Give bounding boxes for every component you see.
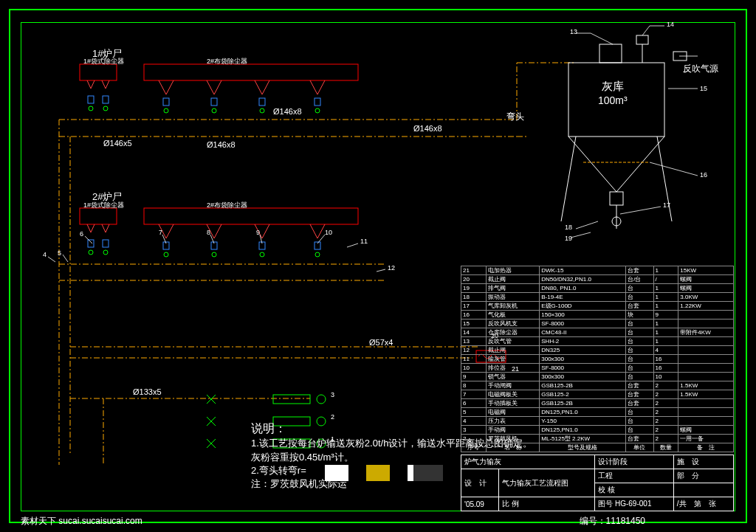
tb-design: 设 计 [461, 469, 499, 497]
bom-cell-name: 压力表 [486, 417, 539, 426]
bom-cell-qty: 4 [653, 346, 678, 355]
bom-cell-qty: 10 [653, 373, 678, 381]
table-row: 12截止闸DN325台4 [461, 346, 734, 355]
table-row: 9锁气器300x300台10 [461, 373, 734, 381]
pipe-label-57x4: Ø57x4 [369, 338, 393, 347]
bom-cell-unit: 台 [626, 346, 653, 355]
bom-cell-unit: 台套 [626, 266, 653, 275]
svg-point-45 [317, 395, 326, 404]
bom-cell-seq: 8 [461, 381, 487, 390]
callout-14: 14 [667, 21, 674, 28]
tb-date: '05.09 [461, 497, 499, 511]
svg-line-76 [63, 255, 68, 262]
svg-rect-42 [273, 395, 310, 404]
bom-cell-name: 排位器 [486, 364, 539, 373]
bom-cell-name: 振动器 [486, 293, 539, 302]
tb-sheet: /共 第 张 [673, 497, 733, 511]
svg-point-11 [212, 108, 216, 113]
bom-cell-qty: 1 [653, 284, 678, 293]
svg-rect-6 [259, 98, 265, 106]
bom-cell-spec: DWK-15 [540, 266, 626, 275]
table-row: 14仓库除尘器CMC48-II台1带附件4KW [461, 328, 734, 337]
callout-18: 18 [565, 224, 572, 231]
bom-cell-seq: 17 [461, 302, 487, 311]
table-row: 19排气阀DN80, PN1.0台1螺阀 [461, 284, 734, 293]
bom-cell-qty: 1 [653, 319, 678, 328]
tb-stage: 施 设 [673, 455, 733, 469]
svg-line-59 [561, 137, 576, 221]
table-row: 10排位器SF-8000台16 [461, 364, 734, 373]
bom-cell-spec: DN325 [540, 346, 626, 355]
svg-line-71 [650, 162, 698, 176]
bom-cell-seq: 16 [461, 311, 487, 319]
dust-collector-1b-label: 2#布袋除尘器 [207, 57, 247, 66]
svg-line-82 [347, 243, 358, 247]
table-row: 4压力表Y-150台2 [461, 417, 734, 426]
bom-cell-name: 截止阀 [486, 275, 539, 284]
bom-cell-spec: 300x300 [540, 373, 626, 381]
bom-cell-name: 手动阀 [486, 426, 539, 435]
bom-cell-remark: 1.22KW [678, 302, 734, 311]
svg-line-72 [620, 207, 661, 214]
table-row: 5电磁阀DN125,PN1.0台2 [461, 408, 734, 417]
bom-cell-remark: 一用一备 [678, 435, 734, 443]
bom-cell-unit: 台套 [626, 435, 653, 443]
bom-cell-unit: 台 [626, 408, 653, 417]
bom-cell-name: 罗茨鼓风机 [486, 435, 539, 443]
bom-cell-name: 仓库除尘器 [486, 328, 539, 337]
svg-line-65 [591, 33, 613, 44]
callout-2: 2 [331, 413, 334, 421]
tb-dwgno-label: 图号 [598, 500, 613, 508]
bom-h-unit: 单位 [626, 443, 653, 452]
svg-line-67 [642, 26, 650, 35]
bom-cell-unit: 台套 [626, 302, 653, 311]
callout-5: 5 [58, 249, 61, 257]
callout-10: 10 [325, 229, 332, 236]
bom-cell-name: 锁气器 [486, 373, 539, 381]
tb-dwgno: HG-69-001 [615, 500, 651, 508]
bom-cell-qty: 2 [653, 417, 678, 426]
svg-point-31 [260, 252, 264, 257]
bom-cell-unit: 台套 [626, 390, 653, 399]
callout-16: 16 [700, 171, 707, 179]
bom-cell-remark: 1.5KW [678, 381, 734, 390]
bom-cell-remark [678, 364, 734, 373]
svg-line-73 [576, 221, 598, 229]
callout-3: 3 [331, 391, 334, 398]
bom-cell-spec: Y-150 [540, 417, 626, 426]
bom-h-remark: 备 注 [678, 443, 734, 452]
table-row: 21电加热器DWK-15台套115KW [461, 266, 734, 275]
svg-rect-19 [80, 208, 117, 224]
bom-cell-remark [678, 337, 734, 346]
bom-cell-name: 反吹气管 [486, 337, 539, 346]
bom-h-spec: 型号及规格 [540, 443, 626, 452]
table-row: 3手动阀DN125,PN1.0台2螺阀 [461, 426, 734, 435]
callout-13: 13 [570, 28, 577, 35]
watermark-blocks [325, 465, 443, 481]
bom-cell-remark: 1.5KW [678, 390, 734, 399]
bom-cell-name: 电磁阀板关 [486, 390, 539, 399]
svg-rect-1 [144, 64, 358, 80]
svg-point-28 [103, 250, 108, 255]
callout-11: 11 [360, 238, 368, 245]
tb-pneumatic: 炉气力输灰 [461, 455, 595, 469]
bom-cell-spec: B-19-4E [540, 293, 626, 302]
bom-cell-unit: 台/台 [626, 275, 653, 284]
bom-cell-name: 电加热器 [486, 266, 539, 275]
bom-cell-spec: CMC48-II [540, 328, 626, 337]
bom-cell-unit: 台 [626, 364, 653, 373]
bom-cell-remark: 螺阀 [678, 275, 734, 284]
callout-6: 6 [80, 230, 83, 238]
bom-cell-spec: ML-5125型 2.2KW [540, 435, 626, 443]
bom-cell-name: 排气阀 [486, 284, 539, 293]
footer-id: 11181450 [606, 516, 645, 526]
callout-19: 19 [565, 235, 572, 242]
bom-cell-qty: 2 [653, 381, 678, 390]
tb-check: 校 核 [595, 483, 674, 497]
bom-cell-unit: 台 [626, 355, 653, 364]
svg-rect-0 [80, 64, 117, 80]
bom-cell-qty: 1 [653, 293, 678, 302]
bom-cell-spec: DN125,PN1.0 [540, 408, 626, 417]
bom-cell-unit: 台 [626, 293, 653, 302]
bom-cell-spec: 150×300 [540, 311, 626, 319]
